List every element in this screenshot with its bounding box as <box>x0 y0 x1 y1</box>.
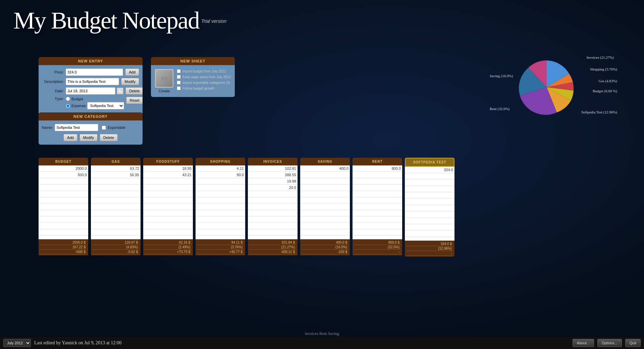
table-row[interactable] <box>196 191 245 197</box>
table-row[interactable] <box>405 211 454 218</box>
table-row[interactable] <box>143 191 193 197</box>
table-row[interactable] <box>353 229 402 236</box>
col-header-foodstuff[interactable]: FOODSTUFF <box>143 158 193 165</box>
table-row[interactable] <box>91 216 141 223</box>
table-row[interactable] <box>353 178 402 185</box>
date-input[interactable] <box>66 87 115 95</box>
category-name-input[interactable] <box>55 124 98 131</box>
table-row[interactable] <box>196 197 245 204</box>
table-row[interactable] <box>248 229 298 236</box>
table-row[interactable] <box>248 223 298 229</box>
table-row[interactable]: 800.0 <box>353 165 402 172</box>
table-row[interactable] <box>248 216 298 223</box>
table-row[interactable] <box>39 223 88 229</box>
table-row[interactable]: 388.55 <box>248 172 298 178</box>
col-header-shopping[interactable]: SHOPPING <box>196 158 245 165</box>
table-row[interactable] <box>143 223 193 229</box>
table-row[interactable] <box>91 178 141 185</box>
table-row[interactable] <box>300 191 350 197</box>
table-row[interactable]: 43.21 <box>143 172 193 178</box>
table-row[interactable] <box>143 216 193 223</box>
table-row[interactable]: 20.5 <box>248 185 298 191</box>
table-row[interactable] <box>39 210 88 216</box>
table-row[interactable] <box>353 185 402 191</box>
table-row[interactable] <box>91 210 141 216</box>
keep-setup-checkbox[interactable] <box>177 75 181 79</box>
table-row[interactable] <box>300 210 350 216</box>
table-row[interactable] <box>405 173 454 180</box>
table-row[interactable] <box>91 223 141 229</box>
table-row[interactable]: 4.11 <box>196 165 245 172</box>
table-row[interactable] <box>143 229 193 236</box>
table-row[interactable] <box>39 185 88 191</box>
table-row[interactable] <box>248 204 298 210</box>
budget-radio[interactable] <box>66 97 70 101</box>
create-button[interactable]: SO <box>155 69 173 88</box>
category-dropdown[interactable]: Softpedia Test <box>87 102 124 109</box>
table-row[interactable]: 56.95 <box>91 172 141 178</box>
col-header-softpedia-test[interactable]: SOFTPEDIA TEST <box>405 158 454 167</box>
col-header-budget[interactable]: BUDGET <box>39 158 88 165</box>
table-row[interactable] <box>91 229 141 236</box>
price-input[interactable] <box>66 68 123 76</box>
table-row[interactable] <box>405 205 454 211</box>
table-row[interactable] <box>196 204 245 210</box>
table-row[interactable] <box>300 223 350 229</box>
table-row[interactable] <box>196 223 245 229</box>
table-row[interactable] <box>196 178 245 185</box>
delete-button[interactable]: Delete <box>125 87 143 95</box>
calendar-icon[interactable]: 🕐 <box>117 88 123 94</box>
table-row[interactable] <box>196 229 245 236</box>
table-row[interactable] <box>248 197 298 204</box>
expense-radio[interactable] <box>66 104 70 108</box>
table-row[interactable] <box>91 204 141 210</box>
col-header-rent[interactable]: RENT <box>353 158 402 165</box>
table-row[interactable]: 324.0 <box>405 167 454 173</box>
table-row[interactable] <box>143 210 193 216</box>
table-row[interactable] <box>300 172 350 178</box>
modify-button[interactable]: Modify <box>121 78 139 85</box>
category-modify-button[interactable]: Modify <box>79 134 98 141</box>
table-row[interactable] <box>39 178 88 185</box>
table-row[interactable] <box>405 231 454 237</box>
reset-button[interactable]: Reset <box>126 97 143 104</box>
table-row[interactable] <box>39 229 88 236</box>
table-row[interactable] <box>300 204 350 210</box>
col-header-saving[interactable]: SAVING <box>300 158 350 165</box>
quit-button[interactable]: Quit <box>625 339 641 347</box>
table-row[interactable] <box>353 223 402 229</box>
exportable-checkbox[interactable] <box>102 126 106 130</box>
table-row[interactable] <box>143 178 193 185</box>
about-button[interactable]: About... <box>573 339 594 347</box>
table-row[interactable] <box>39 216 88 223</box>
table-row[interactable]: 400.0 <box>300 165 350 172</box>
table-row[interactable] <box>405 186 454 192</box>
table-row[interactable] <box>196 210 245 216</box>
table-row[interactable] <box>353 197 402 204</box>
table-row[interactable] <box>353 210 402 216</box>
category-delete-button[interactable]: Delete <box>100 134 118 141</box>
table-row[interactable]: 2000.0 <box>39 165 88 172</box>
table-row[interactable] <box>196 185 245 191</box>
table-row[interactable] <box>143 204 193 210</box>
table-row[interactable] <box>405 180 454 186</box>
description-input[interactable] <box>66 78 119 85</box>
follow-growth-checkbox[interactable] <box>177 86 181 90</box>
table-row[interactable]: 102.81 <box>248 165 298 172</box>
import-budget-checkbox[interactable] <box>177 69 181 73</box>
table-row[interactable] <box>143 185 193 191</box>
table-row[interactable] <box>39 197 88 204</box>
table-row[interactable] <box>300 216 350 223</box>
table-row[interactable] <box>300 185 350 191</box>
table-row[interactable]: 63.72 <box>91 165 141 172</box>
category-add-button[interactable]: Add <box>63 134 77 141</box>
table-row[interactable] <box>353 216 402 223</box>
month-dropdown[interactable]: July 2012 <box>3 339 31 347</box>
table-row[interactable] <box>300 197 350 204</box>
options-button[interactable]: Options... <box>597 339 622 347</box>
table-row[interactable] <box>91 185 141 191</box>
table-row[interactable]: 90.0 <box>196 172 245 178</box>
add-button[interactable]: Add <box>125 68 139 76</box>
table-row[interactable] <box>405 218 454 224</box>
table-row[interactable] <box>405 224 454 231</box>
